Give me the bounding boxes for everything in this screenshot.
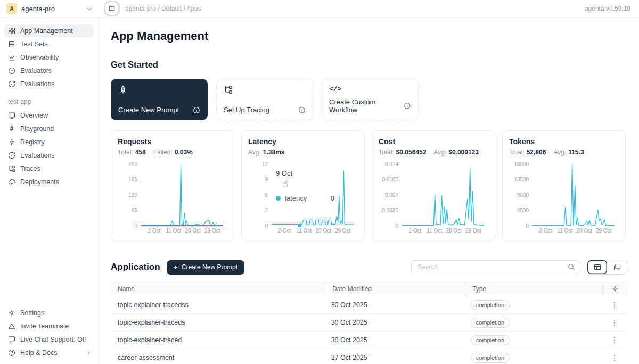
svg-text:9000: 9000 — [517, 192, 529, 198]
sidebar-item-playground[interactable]: Playground — [4, 122, 94, 135]
table-row[interactable]: topic-explainer-traced 30 Oct 2025 compl… — [111, 332, 627, 349]
sidebar-item-observability[interactable]: Observability — [4, 51, 94, 64]
cost-line-chart[interactable]: 00.00350.0070.01050.0142 Oct11 Oct20 Oct… — [379, 160, 488, 234]
sidebar-collapse-button[interactable] — [105, 2, 118, 15]
search-input[interactable] — [416, 263, 568, 271]
svg-text:260: 260 — [128, 161, 137, 167]
cost-chart-card: Cost Total:$0.056452 Avg:$0.000123 00.00… — [372, 130, 495, 241]
svg-text:2 Oct: 2 Oct — [278, 228, 291, 234]
svg-text:195: 195 — [128, 177, 137, 183]
svg-text:130: 130 — [128, 192, 137, 198]
chart-title: Tokens — [509, 137, 619, 146]
sidebar-item-label: Settings — [20, 309, 90, 317]
svg-text:4500: 4500 — [517, 208, 529, 213]
table-row[interactable]: topic-explainer-traceds 30 Oct 2025 comp… — [111, 314, 627, 332]
app-name[interactable]: career-assessment — [111, 354, 324, 361]
app-date-modified: 30 Oct 2025 — [324, 301, 464, 309]
tooltip-value: 0 — [331, 194, 335, 202]
tokens-line-chart[interactable]: 04500900013500180002 Oct11 Oct20 Oct29 O… — [509, 160, 619, 234]
chart-stats: Total:458 Failed:0.03% — [118, 148, 227, 156]
column-header-name[interactable]: Name — [111, 282, 325, 296]
row-menu-button[interactable]: ⋮ — [609, 319, 620, 326]
row-menu-button[interactable]: ⋮ — [609, 336, 620, 344]
app-date-modified: 30 Oct 2025 — [324, 319, 464, 326]
info-icon[interactable] — [298, 106, 306, 114]
sidebar-item-deployments[interactable]: Deployments — [4, 176, 94, 188]
lightning-icon — [8, 138, 15, 146]
app-type: completion — [464, 318, 602, 328]
panel-left-icon — [109, 5, 115, 12]
app-type: completion — [464, 300, 602, 310]
card-label: Create New Prompt — [118, 106, 179, 114]
create-button-label: Create New Prompt — [182, 263, 237, 271]
sidebar-item-label: Evaluations — [20, 80, 90, 88]
sidebar-item-test-sets[interactable]: Test Sets — [4, 38, 94, 51]
app-name[interactable]: topic-explainer-traced — [111, 336, 324, 344]
table-header: Name Date Modified Type — [111, 282, 627, 296]
column-header-date-modified[interactable]: Date Modified — [325, 282, 465, 296]
row-actions: ⋮ — [602, 336, 627, 344]
observability-icon — [8, 54, 15, 61]
create-new-prompt-card[interactable]: Create New Prompt — [111, 79, 208, 120]
sidebar-item-label: Registry — [20, 138, 90, 146]
sidebar-item-evaluations[interactable]: Evaluations — [4, 78, 94, 90]
svg-text:11 Oct: 11 Oct — [296, 228, 312, 234]
svg-text:0: 0 — [526, 223, 529, 229]
tooltip-series-name: latency — [285, 194, 307, 202]
mouse-cursor-icon: ☝ — [282, 178, 288, 189]
svg-text:0.0035: 0.0035 — [382, 208, 398, 213]
app-name[interactable]: topic-explainer-traceds — [111, 319, 324, 326]
sidebar-item-app-management[interactable]: App Management — [4, 24, 94, 37]
chart-title: Requests — [118, 137, 227, 146]
info-icon[interactable] — [404, 102, 411, 110]
sidebar-item-label: Deployments — [20, 178, 90, 186]
row-actions: ⋮ — [602, 354, 627, 361]
table-view-button[interactable] — [587, 260, 607, 274]
sidebar-item-app-evaluations[interactable]: Evaluations — [4, 149, 94, 162]
chat-icon — [8, 336, 15, 343]
sidebar-item-help-docs[interactable]: Help & Docs › — [4, 346, 94, 359]
metric-charts: Requests Total:458 Failed:0.03% 06513019… — [111, 130, 627, 241]
svg-text:13500: 13500 — [514, 177, 529, 183]
app-type: completion — [464, 335, 602, 345]
workspace-switcher[interactable]: A agenta-pro — [0, 3, 99, 14]
set-up-tracing-card[interactable]: Set Up Tracing — [216, 79, 313, 120]
table-settings-button[interactable] — [611, 285, 619, 293]
svg-text:0.0105: 0.0105 — [382, 177, 398, 183]
create-custom-workflow-card[interactable]: </> Create Custom Workflow — [322, 79, 419, 120]
svg-text:11 Oct: 11 Oct — [166, 228, 181, 234]
sidebar-item-settings[interactable]: Settings — [4, 307, 94, 319]
row-menu-button[interactable]: ⋮ — [609, 354, 620, 361]
sidebar-item-registry[interactable]: Registry — [4, 136, 94, 148]
type-badge: completion — [471, 353, 510, 363]
sidebar-item-overview[interactable]: Overview — [4, 109, 94, 122]
sidebar-item-label: Help & Docs — [20, 349, 83, 357]
column-header-type[interactable]: Type — [465, 282, 603, 296]
type-badge: completion — [471, 318, 510, 328]
sidebar-item-invite-teammate[interactable]: Invite Teammate — [4, 320, 94, 333]
gear-icon — [8, 309, 15, 317]
svg-text:29 Oct: 29 Oct — [465, 228, 481, 234]
row-menu-button[interactable]: ⋮ — [609, 301, 620, 309]
requests-line-chart[interactable]: 0651301952602 Oct11 Oct20 Oct29 Oct — [118, 160, 227, 234]
breadcrumb[interactable]: agenta-pro / Default / Apps — [125, 5, 201, 12]
page-title: App Management — [111, 29, 627, 43]
table-row[interactable]: career-assessment 27 Oct 2025 completion… — [111, 349, 627, 364]
cloud-icon — [8, 178, 15, 186]
svg-text:29 Oct: 29 Oct — [204, 228, 220, 234]
card-view-button[interactable] — [607, 260, 627, 274]
plus-icon: + — [174, 263, 178, 271]
sidebar-item-traces[interactable]: Traces — [4, 162, 94, 175]
chart-title: Latency — [248, 137, 358, 146]
create-new-prompt-button[interactable]: + Create New Prompt — [167, 260, 245, 275]
table-row[interactable]: topic-explainer-tracedss 30 Oct 2025 com… — [111, 296, 627, 314]
branch-icon — [8, 165, 15, 172]
sidebar-item-live-chat-support[interactable]: Live Chat Support: Off — [4, 333, 94, 346]
sidebar-item-evaluators[interactable]: Evaluators — [4, 64, 94, 77]
search-icon[interactable] — [568, 263, 575, 271]
chart-stats: Total:52,806 Avg:115.3 — [509, 148, 619, 156]
info-icon[interactable] — [193, 106, 200, 114]
chart-title: Cost — [379, 137, 488, 146]
code-icon: </> — [329, 85, 411, 93]
app-name[interactable]: topic-explainer-tracedss — [111, 301, 324, 309]
